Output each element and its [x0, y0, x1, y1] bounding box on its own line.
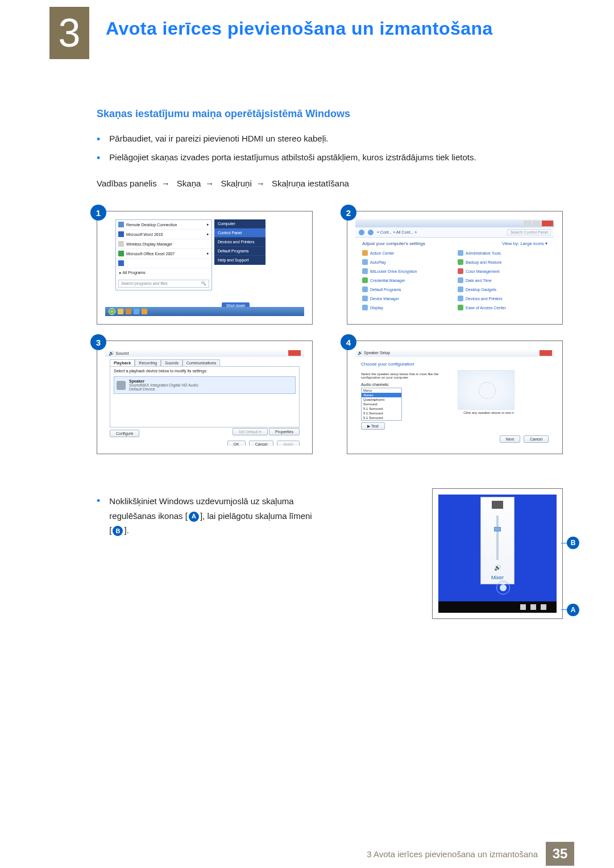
step-badge-3: 3: [90, 334, 106, 350]
breadcrumb: « Cont... » All Cont... »: [377, 230, 417, 234]
step-badge-4: 4: [341, 334, 356, 350]
start-item: Microsoft Office Excel 2007: [126, 252, 175, 256]
start-item: Remote Desktop Connection: [126, 223, 177, 227]
close-icon: [288, 350, 301, 356]
search-placeholder: Search programs and files: [121, 281, 168, 286]
bullet-text: Pārbaudiet, vai ir pareizi pievienoti HD…: [109, 132, 328, 146]
screenshot-sound-dialog: 3 🔊 Sound Playback Recording Sounds Comm…: [97, 340, 313, 454]
list-item: •Pielāgojiet skaņas izvades porta iestat…: [97, 151, 563, 164]
list-item: • Noklikšķiniet Windows uzdevumjoslā uz …: [97, 494, 398, 538]
close-icon: [542, 221, 553, 226]
page-footer: 3 Avota ierīces pievienošana un izmantoš…: [0, 840, 614, 868]
badge-a-inline: A: [189, 512, 199, 522]
cancel-button: Cancel: [524, 435, 549, 443]
click-hint: Click any speaker above to test it.: [458, 411, 515, 414]
step-badge-2: 2: [341, 205, 356, 221]
screenshot-control-panel: 2 « Cont... » All Cont... »Search Contro…: [347, 211, 563, 325]
configure-button: Configure: [110, 430, 139, 437]
tab-playback: Playback: [110, 359, 135, 366]
path-step: Vadības panelis: [97, 178, 157, 188]
close-icon: [540, 350, 552, 356]
dialog-title: Sound: [115, 351, 128, 356]
chapter-number-tab: 3: [49, 7, 89, 59]
sub-text: Select the speaker setup below that is m…: [361, 372, 446, 379]
screenshot-grid: 1 Remote Desktop Connection▸ Microsoft W…: [97, 211, 563, 454]
cancel-button: Cancel: [249, 441, 274, 446]
channels-list: Mono Stereo Quadraphonic Surround 5.1 Su…: [361, 388, 402, 421]
search-icon: 🔍: [201, 281, 206, 286]
bullet-icon: •: [97, 153, 100, 164]
start-right-item: Computer: [214, 219, 265, 229]
all-programs: All Programs: [123, 271, 146, 275]
arrow-icon: →: [256, 178, 265, 188]
lower-section: • Noklikšķiniet Windows uzdevumjoslā uz …: [97, 488, 563, 619]
start-right-item: Help and Support: [214, 256, 265, 265]
path-step: Skaļruņi: [221, 178, 252, 188]
tray-icon: [541, 604, 546, 610]
bullet-icon: •: [97, 496, 100, 538]
tray-icon: [530, 604, 536, 610]
channels-label: Audio channels:: [361, 383, 446, 387]
properties-button: Properties: [269, 428, 300, 435]
callout-b: B: [567, 537, 579, 549]
tab-sounds: Sounds: [161, 359, 182, 366]
chapter-title: Avota ierīces pievienošana un izmantošan…: [106, 18, 493, 39]
callout-a: A: [567, 604, 579, 616]
navigation-path: Vadības panelis→ Skaņa→ Skaļruņi→ Skaļru…: [97, 178, 563, 188]
next-button: Next: [500, 435, 520, 443]
lower-text: [: [109, 525, 111, 535]
arrow-icon: →: [161, 178, 170, 188]
volume-slider-popup: 🔊 Mixer: [480, 497, 515, 584]
bullet-icon: •: [97, 134, 100, 146]
start-orb-icon: [109, 308, 115, 315]
lower-text: regulēšanas ikonas [: [109, 511, 188, 521]
test-button: ▶ Test: [361, 422, 385, 430]
choose-heading: Choose your configuration: [361, 362, 549, 367]
page-content: Skaņas iestatījumu maiņa operētājsistēmā…: [97, 108, 563, 619]
footer-text: 3 Avota ierīces pievienošana un izmantoš…: [367, 849, 538, 859]
lower-text: ].: [124, 525, 128, 535]
path-step: Skaņa: [177, 178, 201, 188]
tray-icon: [520, 604, 526, 610]
view-by: View by: Large icons ▾: [502, 241, 547, 246]
speaker-icon: 🔊: [493, 563, 501, 571]
device-icon: [492, 501, 503, 509]
start-item: Wireless Display Manager: [126, 242, 172, 246]
tab-communications: Communications: [182, 359, 220, 366]
ok-button: OK: [227, 441, 246, 446]
room-diagram: [458, 370, 515, 410]
device-name: Speaker: [129, 379, 198, 383]
dialog-title: Speaker Setup: [364, 351, 390, 355]
volume-figure: 🔊 Mixer A B: [432, 488, 563, 619]
path-step: Skaļruņa iestatīšana: [272, 178, 349, 188]
device-default: Default Device: [129, 387, 198, 391]
speaker-icon: [117, 381, 126, 390]
lower-text: Noklikšķiniet Windows uzdevumjoslā uz sk…: [109, 496, 293, 506]
hint-text: Select a playback device below to modify…: [114, 369, 296, 373]
bullet-list: •Pārbaudiet, vai ir pareizi pievienoti H…: [97, 132, 563, 164]
lower-text: ], lai pielāgotu skaļuma līmeni: [200, 511, 312, 521]
screenshot-start-menu: 1 Remote Desktop Connection▸ Microsoft W…: [97, 211, 313, 325]
start-right-item: Default Programs: [214, 247, 265, 256]
set-default-button: Set Default ▾: [233, 428, 268, 435]
chapter-number: 3: [59, 10, 81, 56]
volume-taskbar-icon: [496, 581, 510, 595]
taskbar: [438, 601, 557, 613]
adjust-label: Adjust your computer's settings: [362, 241, 425, 246]
page-number: 35: [546, 842, 574, 866]
device-sub: SoundMAX Integrated Digital HD Audio: [129, 383, 198, 387]
start-right-item-selected: Control Panel: [214, 229, 265, 238]
tab-recording: Recording: [135, 359, 161, 366]
section-subhead: Skaņas iestatījumu maiņa operētājsistēmā…: [97, 108, 563, 120]
step-badge-1: 1: [90, 205, 106, 221]
badge-b-inline: B: [113, 526, 123, 536]
start-item: Microsoft Word 2010: [126, 232, 163, 236]
list-item: •Pārbaudiet, vai ir pareizi pievienoti H…: [97, 132, 563, 146]
start-right-item: Devices and Printers: [214, 238, 265, 247]
screenshot-speaker-setup: 4 🔊 Speaker Setup Choose your configurat…: [347, 340, 563, 454]
arrow-icon: →: [205, 178, 214, 188]
slider-thumb: [494, 527, 501, 531]
bullet-text: Pielāgojiet skaņas izvades porta iestatī…: [109, 151, 476, 164]
apply-button: Apply: [277, 441, 300, 446]
mixer-link: Mixer: [491, 575, 504, 580]
